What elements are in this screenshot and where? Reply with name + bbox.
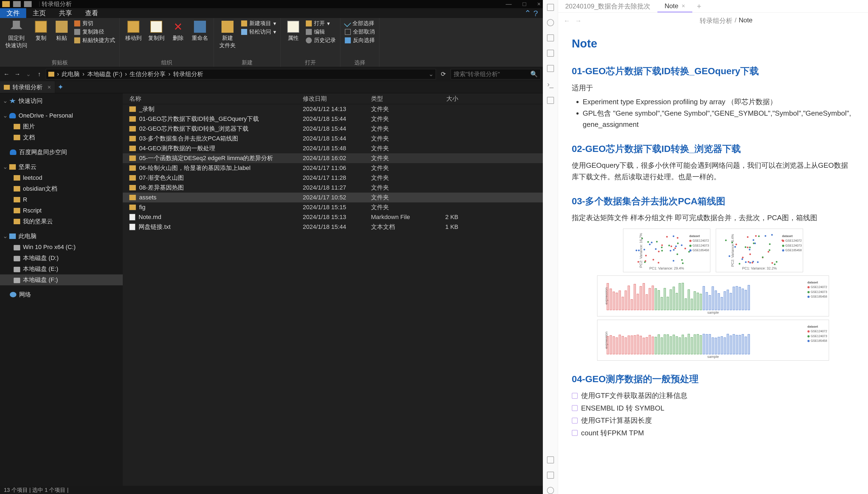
notes-tab[interactable]: 20240109_数据合并去除批次: [558, 0, 657, 12]
rename-button[interactable]: 重命名: [191, 20, 209, 43]
column-size[interactable]: 大小: [428, 95, 464, 103]
column-date[interactable]: 修改日期: [303, 95, 371, 103]
document-icon[interactable]: [547, 50, 554, 57]
ribbon-tab-home[interactable]: 主页: [26, 8, 52, 18]
breadcrumb-item[interactable]: 转录组分析: [700, 16, 732, 25]
file-row[interactable]: 05-一个函数搞定DESeq2 edgeR limma的差异分析2024/1/1…: [123, 153, 543, 163]
grid-icon[interactable]: [547, 34, 554, 41]
paste-shortcut-button[interactable]: 粘贴快捷方式: [74, 37, 115, 44]
up-button[interactable]: ↑: [35, 71, 44, 78]
nav-item[interactable]: ⌄OneDrive - Personal: [0, 110, 123, 121]
add-tab-button[interactable]: ✦: [55, 81, 66, 93]
select-none-button[interactable]: 全部取消: [345, 28, 375, 36]
help-icon[interactable]: [547, 456, 554, 463]
back-button[interactable]: ←: [564, 17, 570, 24]
column-name[interactable]: 名称: [123, 95, 303, 103]
ribbon-collapse-icon[interactable]: ⌃ ?: [519, 8, 543, 18]
forward-button[interactable]: →: [13, 71, 22, 78]
breadcrumb-item[interactable]: Note: [739, 16, 753, 25]
terminal-icon[interactable]: ›_: [547, 80, 554, 89]
easy-access-button[interactable]: 轻松访问 ▾: [241, 28, 276, 36]
recent-button[interactable]: ⌄: [24, 71, 33, 78]
close-icon[interactable]: ×: [682, 2, 685, 10]
file-row[interactable]: 01-GEO芯片数据下载ID转换_GEOquery下载2024/1/18 15:…: [123, 114, 543, 124]
nav-item[interactable]: obsidian文档: [0, 183, 123, 194]
checkbox-icon[interactable]: [572, 430, 578, 436]
note-content[interactable]: Note 01-GEO芯片数据下载ID转换_GEOquery下载 适用于 Exp…: [558, 29, 868, 494]
nav-item[interactable]: leetcod: [0, 172, 123, 183]
nav-item[interactable]: 网络: [0, 289, 123, 300]
history-button[interactable]: 历史记录: [306, 37, 336, 44]
checkbox-item[interactable]: 使用GTF计算基因长度: [572, 415, 854, 426]
cut-button[interactable]: 剪切: [74, 20, 115, 27]
nav-item[interactable]: 本地磁盘 (F:): [0, 274, 123, 285]
file-row[interactable]: 网盘链接.txt2024/1/18 15:44文本文档1 KB: [123, 222, 543, 232]
plugin-icon[interactable]: [547, 472, 554, 479]
nav-item[interactable]: Rscript: [0, 205, 123, 216]
qat-icon[interactable]: [24, 1, 32, 7]
file-row[interactable]: Note.md2024/1/18 15:13Markdown File2 KB: [123, 212, 543, 222]
file-row[interactable]: 08-差异基因热图2024/1/18 11:27文件夹: [123, 183, 543, 193]
refresh-button[interactable]: ⟳: [438, 71, 448, 78]
ribbon-tab-view[interactable]: 查看: [79, 8, 105, 18]
sidebar-toggle-icon[interactable]: [547, 4, 554, 11]
checkbox-icon[interactable]: [572, 393, 578, 399]
nav-item[interactable]: 本地磁盘 (E:): [0, 264, 123, 274]
nav-item[interactable]: R: [0, 194, 123, 205]
copy-button[interactable]: 复制: [33, 20, 49, 43]
column-type[interactable]: 类型: [371, 95, 428, 103]
delete-button[interactable]: ✕删除: [170, 20, 186, 43]
bookmark-icon[interactable]: [547, 97, 554, 104]
properties-button[interactable]: 属性: [285, 20, 302, 43]
minimize-button[interactable]: —: [506, 1, 512, 8]
checkbox-item[interactable]: 使用GTF文件获取基因的注释信息: [572, 390, 854, 401]
nav-item[interactable]: 百度网盘同步空间: [0, 147, 123, 158]
file-row[interactable]: 04-GEO测序数据的一般处理2024/1/18 15:48文件夹: [123, 144, 543, 153]
nav-item[interactable]: Win 10 Pro x64 (C:): [0, 242, 123, 252]
file-row[interactable]: _录制2024/1/12 14:13文件夹: [123, 104, 543, 114]
breadcrumb-box[interactable]: › 此电脑› 本地磁盘 (F:)› 生信分析分享› 转录组分析 ⌄: [46, 69, 436, 79]
file-row[interactable]: 03-多个数据集合并去批次PCA箱线图2024/1/18 15:44文件夹: [123, 134, 543, 144]
nav-item[interactable]: ⌄快速访问: [0, 95, 123, 107]
copy-path-button[interactable]: 复制路径: [74, 28, 115, 36]
checkbox-item[interactable]: count 转FPKM TPM: [572, 428, 854, 439]
maximize-button[interactable]: □: [523, 1, 526, 8]
file-row[interactable]: assets2024/1/17 10:52文件夹: [123, 193, 543, 203]
nav-item[interactable]: 本地磁盘 (D:): [0, 252, 123, 264]
open-button[interactable]: 打开 ▾: [306, 20, 336, 27]
checkbox-icon[interactable]: [572, 405, 578, 411]
edit-button[interactable]: 编辑: [306, 28, 336, 36]
checkbox-item[interactable]: ENSEMBL ID 转 SYMBOL: [572, 403, 854, 414]
ribbon-tab-share[interactable]: 共享: [52, 8, 79, 18]
breadcrumb-item[interactable]: 转录组分析: [173, 70, 203, 78]
forward-button[interactable]: →: [575, 17, 582, 24]
close-tab-icon[interactable]: ×: [47, 84, 51, 91]
file-row[interactable]: fig2024/1/18 15:15文件夹: [123, 203, 543, 212]
new-item-button[interactable]: 新建项目 ▾: [241, 20, 276, 27]
qat-icon[interactable]: [13, 1, 21, 7]
file-row[interactable]: 06-绘制火山图，给显著的基因添加上label2024/1/17 11:06文件…: [123, 163, 543, 173]
explorer-tab[interactable]: 转录组分析 ×: [0, 81, 55, 93]
nav-item[interactable]: ⌄此电脑: [0, 231, 123, 242]
search-icon[interactable]: [547, 19, 554, 26]
select-all-button[interactable]: 全部选择: [345, 20, 375, 27]
pin-to-quick-access-button[interactable]: 固定到 快速访问: [4, 20, 28, 50]
nav-item[interactable]: 文档: [0, 132, 123, 143]
file-row[interactable]: 07-渐变色火山图2024/1/17 11:28文件夹: [123, 173, 543, 183]
paste-button[interactable]: 粘贴: [54, 20, 70, 43]
close-button[interactable]: ×: [537, 1, 541, 8]
tag-icon[interactable]: [547, 65, 554, 72]
move-to-button[interactable]: 移动到: [124, 20, 143, 43]
breadcrumb-item[interactable]: 此电脑: [62, 70, 80, 78]
invert-selection-button[interactable]: 反向选择: [345, 37, 375, 44]
new-folder-button[interactable]: 新建 文件夹: [218, 20, 237, 50]
notes-tab-active[interactable]: Note×: [657, 0, 692, 12]
nav-item[interactable]: ⌄坚果云: [0, 162, 123, 172]
checkbox-icon[interactable]: [572, 418, 578, 424]
ribbon-tab-file[interactable]: 文件: [0, 8, 26, 18]
file-row[interactable]: 02-GEO芯片数据下载ID转换_浏览器下载2024/1/18 15:44文件夹: [123, 124, 543, 134]
settings-icon[interactable]: [547, 487, 554, 494]
copy-to-button[interactable]: 复制到: [147, 20, 166, 43]
navigation-pane[interactable]: ⌄快速访问⌄OneDrive - Personal图片文档百度网盘同步空间⌄坚果…: [0, 93, 123, 486]
breadcrumb-item[interactable]: 本地磁盘 (F:): [87, 70, 122, 78]
